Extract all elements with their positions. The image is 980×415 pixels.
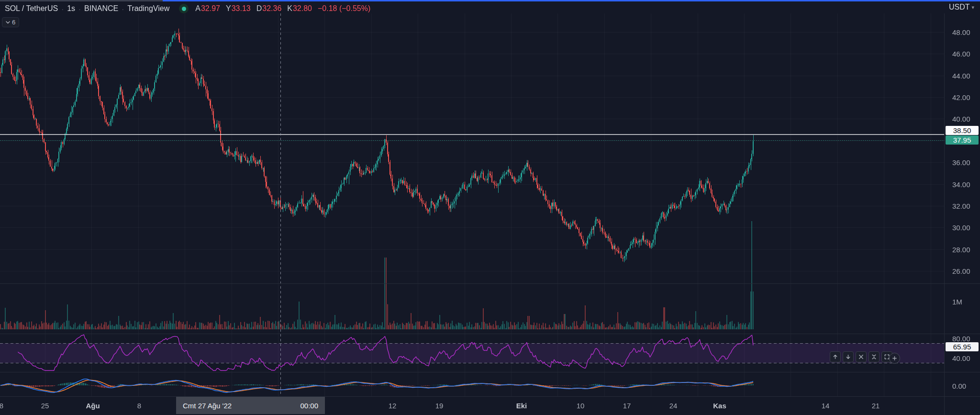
chevron-down-icon: ▾: [971, 4, 974, 11]
price-axis-label: 26.00: [952, 267, 970, 275]
price-axis-label: 40.00: [952, 354, 970, 362]
market-status-icon[interactable]: [179, 4, 189, 13]
price-axis-label: 0.00: [952, 382, 966, 390]
ohlc-item: Y33.13: [226, 4, 251, 13]
currency-label: USDT: [949, 3, 970, 11]
move-pane-up-button[interactable]: [830, 351, 841, 362]
arrow-up-icon: [832, 354, 838, 360]
pane-controls: [830, 351, 892, 362]
interval-label[interactable]: 1s: [67, 4, 75, 13]
last-price-label: 37.95: [946, 135, 979, 145]
tradingview-chart-window: SOL / TetherUS · 1s · BINANCE · TradingV…: [0, 0, 980, 415]
close-icon: [858, 354, 864, 360]
platform-label: TradingView: [127, 4, 169, 13]
collapse-icon: [871, 354, 877, 360]
separator-dot: ·: [122, 5, 124, 13]
crosshair-time: 00:00: [300, 402, 318, 410]
close-pane-button[interactable]: [856, 351, 867, 362]
separator-dot: ·: [61, 5, 64, 13]
arrow-down-icon: [845, 354, 851, 360]
time-axis-label: 14: [822, 402, 830, 410]
price-line-label: 38.50: [946, 126, 979, 135]
pane-separator[interactable]: [0, 334, 980, 334]
exchange-label: BINANCE: [84, 4, 118, 13]
pane-separator[interactable]: [0, 372, 980, 372]
price-axis-label: 36.00: [952, 158, 970, 167]
time-axis-label: 10: [577, 402, 585, 410]
collapse-pane-button[interactable]: [869, 351, 880, 362]
time-axis-label: 8: [137, 402, 141, 410]
time-axis-label: Ağu: [86, 402, 100, 410]
separator-dot: ·: [78, 5, 81, 13]
crosshair-time-label: Cmt 27 Ağu '22 00:00: [176, 397, 325, 414]
time-axis-label: Kas: [713, 402, 726, 410]
legend-collapse-button[interactable]: 6: [2, 17, 19, 27]
currency-selector[interactable]: USDT ▾: [949, 3, 974, 11]
price-axis-border: [944, 13, 945, 415]
loading-bar-progress: [163, 0, 980, 1]
plus-circle-icon[interactable]: [889, 353, 900, 364]
time-axis-label: 19: [435, 402, 444, 410]
chevron-down-icon: [6, 21, 10, 24]
time-axis[interactable]: 825Ağu8151219Eki101724Kas1421 Cmt 27 Ağu…: [0, 396, 980, 415]
time-axis-label: 21: [872, 402, 880, 410]
time-axis-label: 25: [41, 402, 49, 410]
price-axis-label: 34.00: [952, 180, 970, 189]
price-axis-label: 30.00: [952, 224, 970, 232]
price-axis-label: 44.00: [952, 72, 970, 80]
time-axis-label: 8: [0, 402, 3, 410]
price-axis-label: 80.00: [952, 335, 970, 343]
price-axis-label: 42.00: [952, 93, 970, 101]
move-pane-down-button[interactable]: [843, 351, 854, 362]
price-axis-label: 48.00: [952, 28, 970, 36]
price-axis-label: 46.00: [952, 50, 970, 58]
time-axis-label: Eki: [516, 402, 527, 410]
time-axis-label: 17: [623, 402, 631, 410]
symbol-legend[interactable]: SOL / TetherUS · 1s · BINANCE · TradingV…: [5, 3, 370, 14]
change-value: −0.18 (−0.55%): [318, 4, 370, 13]
time-axis-label: 24: [669, 402, 678, 410]
hidden-rows-count: 6: [12, 19, 15, 26]
symbol-title[interactable]: SOL / TetherUS: [5, 4, 58, 13]
ohlc-item: D32.36: [256, 4, 282, 13]
loading-bar: [0, 0, 163, 1]
crosshair-date: Cmt 27 Ağu '22: [183, 402, 232, 410]
price-axis-label: 28.00: [952, 246, 970, 254]
price-axis-label: 40.00: [952, 115, 970, 123]
ohlc-item: K32.80: [287, 4, 312, 13]
time-axis-label: 12: [389, 402, 397, 410]
ohlc-item: A32.97: [195, 4, 220, 13]
price-axis-label: 32.00: [952, 202, 970, 210]
pane-separator[interactable]: [0, 283, 980, 284]
ohlc-values: A32.97Y33.13D32.36K32.80: [195, 4, 312, 13]
rsi-value-label: 65.95: [946, 342, 979, 351]
price-axis-label: 1M: [952, 298, 962, 306]
